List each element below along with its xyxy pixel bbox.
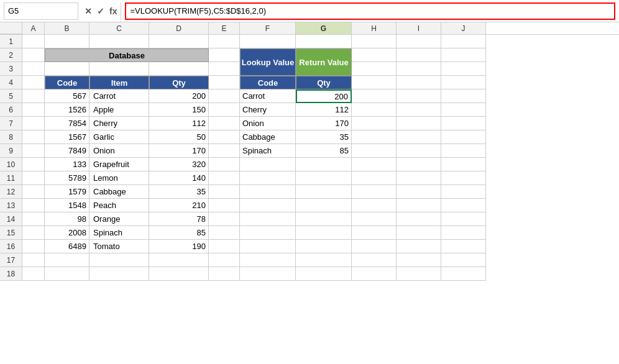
cell-a17[interactable] <box>22 253 45 267</box>
cell-h18[interactable] <box>352 267 397 281</box>
db-row-3-code[interactable]: 7854 <box>45 117 89 130</box>
cell-g16[interactable] <box>296 240 352 253</box>
cell-e14[interactable] <box>209 212 240 226</box>
cell-i7[interactable] <box>397 117 441 130</box>
cell-a18[interactable] <box>22 267 45 281</box>
cell-j7[interactable] <box>441 117 486 130</box>
cell-i10[interactable] <box>397 158 441 171</box>
cell-g13[interactable] <box>296 199 352 212</box>
cell-i18[interactable] <box>397 267 441 281</box>
db-row-10-qty[interactable]: 78 <box>149 212 209 226</box>
cell-f11[interactable] <box>240 171 296 185</box>
db-row-8-item[interactable]: Cabbage <box>89 185 149 199</box>
cell-h11[interactable] <box>352 171 397 185</box>
cell-f15[interactable] <box>240 226 296 240</box>
db-row-5-item[interactable]: Onion <box>89 144 149 158</box>
db-row-9-code[interactable]: 1548 <box>45 199 89 212</box>
cell-e3[interactable] <box>209 62 240 76</box>
cell-g10[interactable] <box>296 158 352 171</box>
lookup-row-2-result[interactable]: 112 <box>296 103 352 117</box>
row-header-1[interactable]: 1 <box>0 35 22 48</box>
cell-a14[interactable] <box>22 212 45 226</box>
db-row-10-code[interactable]: 98 <box>45 212 89 226</box>
cell-e7[interactable] <box>209 117 240 130</box>
row-header-2[interactable]: 2 <box>0 48 22 62</box>
col-header-a[interactable]: A <box>22 22 45 35</box>
col-header-j[interactable]: J <box>441 22 486 35</box>
cell-h13[interactable] <box>352 199 397 212</box>
row-header-18[interactable]: 18 <box>0 267 22 281</box>
db-row-12-code[interactable]: 6489 <box>45 240 89 253</box>
row-header-5[interactable]: 5 <box>0 89 22 103</box>
row-header-13[interactable]: 13 <box>0 199 22 212</box>
cell-a13[interactable] <box>22 199 45 212</box>
db-row-9-item[interactable]: Peach <box>89 199 149 212</box>
cell-h4[interactable] <box>352 76 397 89</box>
cell-j5[interactable] <box>441 89 486 103</box>
lookup-row-4-value[interactable]: Cabbage <box>240 130 296 144</box>
row-header-12[interactable]: 12 <box>0 185 22 199</box>
cell-j4[interactable] <box>441 76 486 89</box>
cell-c3[interactable] <box>89 62 149 76</box>
col-header-d[interactable]: D <box>149 22 209 35</box>
cell-d1[interactable] <box>149 35 209 48</box>
cell-a10[interactable] <box>22 158 45 171</box>
lookup-row-1-result[interactable]: 200 <box>296 89 352 103</box>
row-header-7[interactable]: 7 <box>0 117 22 130</box>
cell-a9[interactable] <box>22 144 45 158</box>
db-row-7-item[interactable]: Lemon <box>89 171 149 185</box>
cell-g17[interactable] <box>296 253 352 267</box>
db-row-12-item[interactable]: Tomato <box>89 240 149 253</box>
cell-a15[interactable] <box>22 226 45 240</box>
cell-h10[interactable] <box>352 158 397 171</box>
cell-h1[interactable] <box>352 35 397 48</box>
cell-i12[interactable] <box>397 185 441 199</box>
lookup-row-4-result[interactable]: 35 <box>296 130 352 144</box>
cell-h14[interactable] <box>352 212 397 226</box>
cell-h9[interactable] <box>352 144 397 158</box>
db-row-4-qty[interactable]: 50 <box>149 130 209 144</box>
cell-b3[interactable] <box>45 62 89 76</box>
db-row-4-item[interactable]: Garlic <box>89 130 149 144</box>
cell-a1[interactable] <box>22 35 45 48</box>
cell-e1[interactable] <box>209 35 240 48</box>
cell-f16[interactable] <box>240 240 296 253</box>
cell-e9[interactable] <box>209 144 240 158</box>
col-header-g[interactable]: G <box>296 22 352 35</box>
lookup-row-3-result[interactable]: 170 <box>296 117 352 130</box>
db-row-10-item[interactable]: Orange <box>89 212 149 226</box>
cell-h15[interactable] <box>352 226 397 240</box>
col-header-f[interactable]: F <box>240 22 296 35</box>
row-header-9[interactable]: 9 <box>0 144 22 158</box>
cell-e13[interactable] <box>209 199 240 212</box>
cell-j8[interactable] <box>441 130 486 144</box>
cell-f17[interactable] <box>240 253 296 267</box>
cell-i9[interactable] <box>397 144 441 158</box>
cell-i1[interactable] <box>397 35 441 48</box>
db-row-2-qty[interactable]: 150 <box>149 103 209 117</box>
col-header-i[interactable]: I <box>397 22 441 35</box>
cell-a3[interactable] <box>22 62 45 76</box>
db-row-6-item[interactable]: Grapefruit <box>89 158 149 171</box>
db-row-7-qty[interactable]: 140 <box>149 171 209 185</box>
db-row-11-qty[interactable]: 85 <box>149 226 209 240</box>
cell-i17[interactable] <box>397 253 441 267</box>
row-header-6[interactable]: 6 <box>0 103 22 117</box>
cell-c18[interactable] <box>89 267 149 281</box>
cell-e15[interactable] <box>209 226 240 240</box>
row-header-14[interactable]: 14 <box>0 212 22 226</box>
cell-e8[interactable] <box>209 130 240 144</box>
db-row-11-item[interactable]: Spinach <box>89 226 149 240</box>
cell-g14[interactable] <box>296 212 352 226</box>
lookup-row-3-value[interactable]: Onion <box>240 117 296 130</box>
cell-j18[interactable] <box>441 267 486 281</box>
db-row-5-code[interactable]: 7849 <box>45 144 89 158</box>
db-row-2-code[interactable]: 1526 <box>45 103 89 117</box>
row-header-17[interactable]: 17 <box>0 253 22 267</box>
cell-c1[interactable] <box>89 35 149 48</box>
cell-i5[interactable] <box>397 89 441 103</box>
cell-j15[interactable] <box>441 226 486 240</box>
cell-j11[interactable] <box>441 171 486 185</box>
cell-e17[interactable] <box>209 253 240 267</box>
cell-j12[interactable] <box>441 185 486 199</box>
